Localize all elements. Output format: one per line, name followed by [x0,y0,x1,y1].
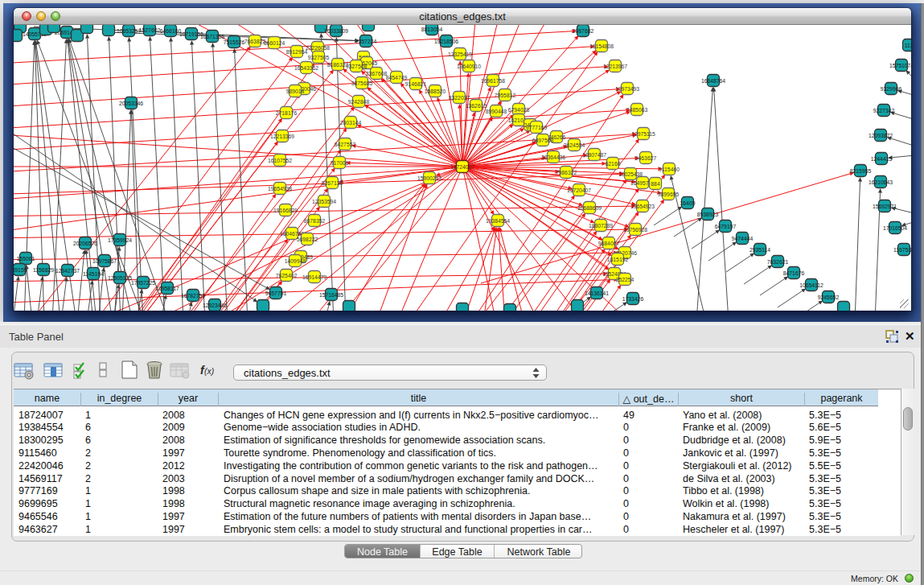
svg-text:12975115: 12975115 [631,131,655,137]
svg-text:16961758: 16961758 [481,78,505,84]
svg-text:12213967: 12213967 [603,64,627,69]
svg-text:252254: 252254 [616,277,634,282]
svg-text:9327508: 9327508 [346,64,368,69]
svg-text:10653257: 10653257 [117,28,141,34]
svg-text:8678352: 8678352 [304,218,326,224]
svg-text:15751074: 15751074 [889,63,911,68]
svg-text:989014: 989014 [286,89,305,94]
svg-text:20364436: 20364436 [541,154,565,160]
svg-text:8813054: 8813054 [421,27,443,32]
svg-text:10025438: 10025438 [618,171,643,177]
svg-text:8912954: 8912954 [286,49,308,55]
svg-text:8990448: 8990448 [486,109,507,114]
svg-text:2718176: 2718176 [276,110,298,116]
svg-text:6497568: 6497568 [532,138,554,143]
svg-text:1733426: 1733426 [622,296,644,302]
svg-text:16046788: 16046788 [280,231,304,237]
svg-text:9327505: 9327505 [308,55,330,60]
svg-text:1362615: 1362615 [466,103,487,109]
svg-text:16782759: 16782759 [181,293,205,299]
svg-text:7663822: 7663822 [244,39,266,44]
svg-text:17957225: 17957225 [131,280,155,286]
svg-text:10654112: 10654112 [799,282,823,288]
svg-text:16914479: 16914479 [302,274,326,280]
svg-text:19654923: 19654923 [630,204,655,209]
svg-text:15716485: 15716485 [319,292,343,298]
svg-text:155061: 155061 [17,256,35,262]
svg-text:9463627: 9463627 [635,155,657,161]
svg-text:2935114: 2935114 [749,247,770,253]
svg-text:7485063: 7485063 [626,107,648,113]
svg-text:20053346: 20053346 [119,101,143,106]
svg-text:(x): (x) [204,366,214,376]
svg-text:1615192: 1615192 [607,257,629,262]
svg-text:7357224: 7357224 [355,39,377,44]
svg-text:8454749: 8454749 [386,75,408,80]
svg-text:8427552: 8427552 [335,142,356,147]
svg-text:7632621: 7632621 [767,259,789,265]
svg-text:15900213: 15900213 [417,175,441,181]
svg-text:8215955: 8215955 [850,168,872,174]
svg-text:16033809: 16033809 [324,28,348,34]
svg-text:2603144: 2603144 [340,120,362,126]
svg-text:9245652: 9245652 [818,295,840,300]
svg-text:16648764: 16648764 [701,78,725,84]
svg-text:15720407: 15720407 [567,187,591,193]
svg-text:884: 884 [651,181,660,187]
svg-text:9329966: 9329966 [881,86,902,92]
svg-text:9242848: 9242848 [348,99,370,105]
svg-text:9115460: 9115460 [659,167,680,172]
svg-text:10973493: 10973493 [615,86,639,92]
svg-text:6479197: 6479197 [715,224,737,229]
svg-text:1527602: 1527602 [139,27,161,33]
svg-text:17016504: 17016504 [883,225,907,231]
svg-text:18724007: 18724007 [450,164,474,170]
svg-text:62160: 62160 [606,161,621,167]
svg-text:6466160: 6466160 [160,28,182,34]
svg-text:10975867: 10975867 [92,258,117,264]
svg-text:19384554: 19384554 [486,218,510,224]
svg-text:1145194: 1145194 [83,271,104,277]
svg-text:23226058: 23226058 [306,45,330,51]
svg-text:917006: 917006 [331,160,349,166]
svg-text:9684067: 9684067 [598,241,620,246]
svg-text:7515526: 7515526 [224,39,245,45]
svg-text:12213369: 12213369 [270,134,294,139]
svg-text:7955812: 7955812 [495,93,516,98]
svg-text:2367608: 2367608 [366,71,388,76]
svg-text:9227342: 9227342 [873,108,895,113]
svg-text:8322037: 8322037 [449,95,470,101]
svg-text:9457791: 9457791 [265,290,287,296]
svg-text:18807289: 18807289 [589,223,613,229]
svg-text:12942737: 12942737 [55,268,80,274]
svg-text:20206576: 20206576 [73,241,97,246]
svg-text:16409: 16409 [680,200,696,206]
svg-text:39159: 39159 [14,267,27,273]
svg-text:111: 111 [905,43,911,48]
svg-text:10807487: 10807487 [582,152,606,158]
svg-text:1167533: 1167533 [893,247,911,253]
svg-text:7625402: 7625402 [276,273,298,278]
svg-text:16154808: 16154808 [589,43,614,49]
svg-text:15692971: 15692971 [873,204,897,209]
svg-text:8267130: 8267130 [322,180,343,186]
svg-text:17359924: 17359924 [108,237,132,243]
svg-text:19654938: 19654938 [268,186,292,192]
svg-text:12093872: 12093872 [869,133,893,138]
svg-text:19218506: 19218506 [434,39,458,44]
svg-text:9777169: 9777169 [526,125,548,130]
svg-text:10958117: 10958117 [155,286,179,291]
svg-text:18640910: 18640910 [457,64,481,69]
svg-text:10688609: 10688609 [577,205,602,211]
svg-text:9899695: 9899695 [658,192,680,197]
svg-text:16210643: 16210643 [869,179,893,185]
svg-text:16107552: 16107552 [268,158,292,163]
svg-text:16671355: 16671355 [200,34,224,39]
svg-text:1244415: 1244415 [871,156,893,162]
svg-text:12353594: 12353594 [312,199,336,204]
svg-text:12505135: 12505135 [108,275,132,281]
svg-text:1156829: 1156829 [33,267,54,273]
svg-text:8471676: 8471676 [783,270,805,276]
svg-text:10756928: 10756928 [623,227,647,233]
svg-text:6794028: 6794028 [508,107,530,113]
